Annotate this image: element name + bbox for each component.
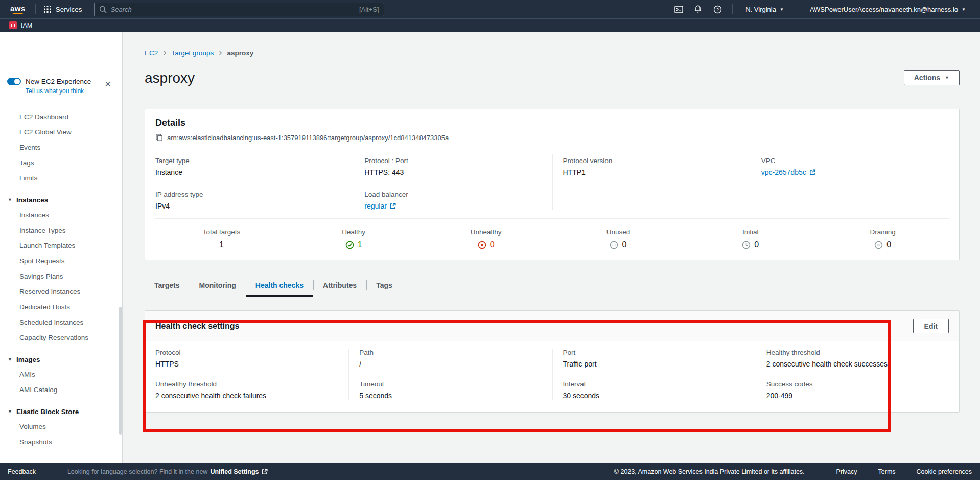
aws-smile-arc [12, 11, 24, 14]
sidebar-item-instances[interactable]: Instances [0, 208, 122, 223]
topbar-divider [797, 4, 797, 14]
tell-us-link[interactable]: Tell us what you think [26, 87, 115, 95]
copyright-text: © 2023, Amazon Web Services India Privat… [614, 468, 805, 475]
load-balancer-link[interactable]: regular [364, 202, 396, 210]
actions-button[interactable]: Actions ▼ [904, 70, 960, 85]
services-menu-button[interactable]: Services [41, 0, 85, 18]
chevron-right-icon: › [219, 47, 222, 57]
field-value: 2 consecutive health check failures [155, 392, 338, 400]
vpc-link[interactable]: vpc-2657db5c [761, 168, 815, 176]
tab-monitoring[interactable]: Monitoring [190, 276, 246, 296]
stat-label: Draining [816, 228, 949, 236]
external-link-icon [390, 203, 396, 209]
sidebar-item-ec2-dashboard[interactable]: EC2 Dashboard [0, 109, 122, 125]
sidebar-item-snapshots[interactable]: Snapshots [0, 435, 122, 450]
sidebar-item-tags[interactable]: Tags [0, 155, 122, 171]
tab-health-checks[interactable]: Health checks [246, 276, 313, 296]
field-value: HTTPS [155, 360, 338, 368]
field-label: Healthy threshold [766, 349, 949, 356]
sidebar-item-scheduled-instances[interactable]: Scheduled Instances [0, 315, 122, 330]
account-menu[interactable]: AWSPowerUserAccess/navaneeth.kn@harness.… [802, 0, 973, 18]
cloudshell-button[interactable] [669, 0, 688, 18]
details-grid: Target type Instance IP address type IPv… [155, 154, 949, 210]
sidebar-item-instance-types[interactable]: Instance Types [0, 223, 122, 238]
stat-value: 0 [886, 240, 891, 249]
edit-button[interactable]: Edit [913, 319, 949, 333]
sidebar-scrollbar[interactable] [119, 307, 122, 435]
tab-bar: Targets Monitoring Health checks Attribu… [145, 276, 960, 296]
minus-circle-icon [874, 241, 883, 249]
field-ip-address-type: IP address type IPv4 [155, 191, 343, 210]
field-label: Port [563, 349, 745, 356]
field-label: VPC [761, 157, 939, 165]
field-value: 30 seconds [563, 392, 745, 400]
sidebar-item-launch-templates[interactable]: Launch Templates [0, 238, 122, 254]
help-button[interactable]: ? [708, 0, 727, 18]
close-icon[interactable]: × [105, 79, 111, 89]
services-label: Services [56, 6, 82, 13]
field-load-balancer: Load balancer regular [364, 191, 542, 210]
field-target-type: Target type Instance [155, 157, 343, 176]
sidebar-item-dedicated-hosts[interactable]: Dedicated Hosts [0, 300, 122, 315]
sidebar-item-amis[interactable]: AMIs [0, 367, 122, 382]
stat-total-targets: Total targets 1 [155, 228, 288, 249]
region-selector[interactable]: N. Virginia ▼ [738, 0, 791, 18]
stat-value: 0 [490, 240, 495, 249]
field-vpc: VPC vpc-2657db5c [761, 157, 939, 176]
field-protocol-version: Protocol version HTTP1 [563, 157, 740, 176]
breadcrumb-target-groups[interactable]: Target groups [172, 49, 214, 57]
new-experience-toggle[interactable] [7, 78, 21, 85]
breadcrumb-ec2[interactable]: EC2 [145, 49, 158, 57]
sidebar-item-spot-requests[interactable]: Spot Requests [0, 254, 122, 269]
svg-text:?: ? [716, 7, 719, 12]
field-value: HTTPS: 443 [364, 168, 542, 176]
sidebar-item-ami-catalog[interactable]: AMI Catalog [0, 382, 122, 398]
field-value: HTTP1 [563, 168, 740, 176]
stat-label: Unhealthy [420, 228, 552, 236]
tab-tags[interactable]: Tags [366, 276, 402, 296]
sidebar-item-reserved-instances[interactable]: Reserved Instances [0, 284, 122, 300]
sidebar-item-ec2-global-view[interactable]: EC2 Global View [0, 125, 122, 140]
sidebar-section-label: Elastic Block Store [16, 408, 79, 416]
triangle-down-icon: ▼ [8, 357, 12, 362]
terms-link[interactable]: Terms [878, 468, 896, 475]
field-label: Protocol : Port [364, 157, 542, 165]
sidebar-section-images[interactable]: ▼ Images [0, 352, 122, 367]
tab-targets[interactable]: Targets [145, 276, 190, 296]
sidebar-section-elastic-block-store[interactable]: ▼ Elastic Block Store [0, 404, 122, 419]
stat-draining: Draining 0 [816, 228, 949, 249]
sidebar: New EC2 Experience Tell us what you thin… [0, 32, 123, 463]
global-search[interactable]: [Alt+S] [94, 3, 384, 16]
external-link-icon [809, 169, 815, 175]
stat-label: Healthy [288, 228, 420, 236]
tab-attributes[interactable]: Attributes [313, 276, 366, 296]
sidebar-section-label: Images [16, 356, 40, 363]
health-check-grid: Protocol HTTPS Unhealthy threshold 2 con… [145, 341, 959, 412]
help-icon: ? [713, 5, 722, 14]
unified-settings-label: Unified Settings [210, 468, 259, 475]
field-label: Path [359, 349, 542, 356]
actions-button-label: Actions [914, 74, 940, 82]
chevron-right-icon: › [163, 47, 166, 57]
unified-settings-link[interactable]: Unified Settings [210, 468, 267, 475]
cookie-preferences-link[interactable]: Cookie preferences [917, 468, 972, 475]
sidebar-item-limits[interactable]: Limits [0, 171, 122, 186]
favorites-bar: IAM [0, 18, 980, 32]
sidebar-item-savings-plans[interactable]: Savings Plans [0, 269, 122, 284]
stat-initial: Initial 0 [684, 228, 816, 249]
health-check-settings-heading: Health check settings [155, 322, 240, 331]
privacy-link[interactable]: Privacy [836, 468, 857, 475]
caret-down-icon: ▼ [780, 7, 784, 12]
sidebar-item-volumes[interactable]: Volumes [0, 419, 122, 435]
aws-logo[interactable]: aws [7, 4, 30, 14]
sidebar-section-instances[interactable]: ▼ Instances [0, 192, 122, 208]
sidebar-item-events[interactable]: Events [0, 140, 122, 155]
notifications-button[interactable] [688, 0, 708, 18]
favorite-iam-link[interactable]: IAM [21, 22, 32, 29]
search-input[interactable] [111, 6, 355, 13]
link-text: vpc-2657db5c [761, 168, 806, 176]
feedback-link[interactable]: Feedback [8, 468, 36, 475]
copy-arn-button[interactable] [155, 133, 163, 142]
field-label: Unhealthy threshold [155, 380, 338, 388]
sidebar-item-capacity-reservations[interactable]: Capacity Reservations [0, 330, 122, 346]
